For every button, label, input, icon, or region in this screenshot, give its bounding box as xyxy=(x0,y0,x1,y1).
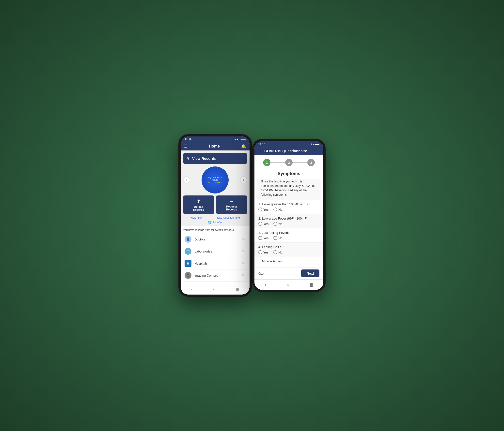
lab-icon: 🧪 xyxy=(185,248,191,255)
upload-records-button[interactable]: ⬆ UploadRecords xyxy=(183,195,214,214)
question-5: 5. Muscle Aches xyxy=(254,257,323,267)
q1-yes-label: Yes xyxy=(263,208,268,211)
q4-no-label: No xyxy=(278,251,283,254)
providers-title: You have records from following Provider… xyxy=(183,228,247,231)
q3-no-option[interactable]: No xyxy=(273,236,283,240)
question-2-label: 2. Low-grade Fever (99F - 100.4F) xyxy=(258,217,319,220)
doctor-icon: 👤 xyxy=(185,236,191,243)
status-bar-q: 11:16 ● ★ ▲▬▬ xyxy=(254,141,323,147)
imaging-count: 0 xyxy=(242,274,244,277)
q3-yes-option[interactable]: Yes xyxy=(258,236,268,240)
home-nav-btn-q[interactable]: ○ xyxy=(283,282,293,288)
chevron-right-icon: › xyxy=(245,262,246,265)
provider-laboratories[interactable]: 🧪 Laboratories 0 › xyxy=(183,245,247,257)
question-4-label: 4. Feeling Chills xyxy=(258,245,319,249)
q2-no-radio[interactable] xyxy=(273,222,277,226)
q4-no-option[interactable]: No xyxy=(273,250,283,254)
q3-yes-radio[interactable] xyxy=(258,236,262,240)
espanol-link[interactable]: Español xyxy=(213,221,222,224)
q4-no-radio[interactable] xyxy=(273,250,277,254)
imaging-icon: ☢ xyxy=(185,272,191,279)
home-title: Home xyxy=(209,144,220,149)
question-3-options: Yes No xyxy=(258,236,319,240)
covid-label-line1: My COVID-19 xyxy=(208,176,222,179)
hospital-icon: H xyxy=(185,260,191,267)
back-nav-btn-q[interactable]: ‹ xyxy=(261,282,270,288)
request-records-label: RequestRecords xyxy=(226,205,237,211)
q4-yes-label: Yes xyxy=(263,251,268,254)
question-4-options: Yes No xyxy=(258,250,319,254)
progress-stepper: 1 2 3 xyxy=(254,155,323,170)
symptoms-description: Since the last time you took this questi… xyxy=(257,179,321,200)
q4-yes-radio[interactable] xyxy=(258,250,262,254)
q1-no-option[interactable]: No xyxy=(273,208,283,211)
questionnaire-content: 1 2 3 Symptoms Since the last time you t… xyxy=(254,155,323,279)
covid-label-line2: results xyxy=(212,179,219,181)
provider-imaging[interactable]: ☢ Imaging Centers 0 › xyxy=(183,269,247,282)
menu-nav-btn-q[interactable]: ||| xyxy=(306,282,317,288)
q2-yes-option[interactable]: Yes xyxy=(258,222,268,226)
phone-questionnaire: 11:16 ● ★ ▲▬▬ ← COVID-19 Questionnaire 1… xyxy=(252,139,326,292)
view-risk-link[interactable]: View Risk xyxy=(190,216,202,219)
status-time-q: 11:16 xyxy=(258,143,265,146)
questionnaire-nav-bar: ← COVID-19 Questionnaire xyxy=(254,147,323,155)
laboratories-count: 0 xyxy=(242,250,244,253)
question-5-label: 5. Muscle Aches xyxy=(258,259,319,263)
bell-icon[interactable]: 🔔 xyxy=(241,144,246,149)
carousel-left-arrow[interactable]: ‹ xyxy=(183,177,190,183)
q4-yes-option[interactable]: Yes xyxy=(258,250,268,254)
covid-status: NOT TESTED xyxy=(208,181,222,184)
question-1-label: 1. Fever greater than 100.4F or 38C xyxy=(258,202,319,206)
action-buttons: ⬆ UploadRecords → RequestRecords xyxy=(183,195,247,214)
phone-home: 11:16 ● ★ ▲▬▬ ☰ Home 🔔 ♥ View Records ‹ xyxy=(178,134,252,297)
step-3-circle: 3 xyxy=(307,159,315,166)
question-2: 2. Low-grade Fever (99F - 100.4F) Yes No xyxy=(254,214,323,228)
view-records-label: View Records xyxy=(192,156,216,161)
step-line-1 xyxy=(270,162,285,163)
status-icons-q: ● ★ ▲▬▬ xyxy=(308,143,319,145)
questionnaire-bottom-nav: ‹ ○ ||| xyxy=(254,279,323,290)
home-nav-bar: ☰ Home 🔔 xyxy=(181,142,250,150)
carousel-right-arrow[interactable]: › xyxy=(240,177,247,183)
view-records-button[interactable]: ♥ View Records xyxy=(183,153,247,164)
covid-status-circle[interactable]: My COVID-19 results NOT TESTED xyxy=(202,166,229,193)
questionnaire-bottom-bar: 0/14 Next xyxy=(254,267,323,279)
next-button[interactable]: Next xyxy=(301,269,319,277)
request-records-button[interactable]: → RequestRecords xyxy=(216,195,247,214)
q3-no-radio[interactable] xyxy=(273,236,277,240)
q1-yes-radio[interactable] xyxy=(258,208,262,211)
q3-yes-label: Yes xyxy=(263,236,268,240)
doctors-count: 0 xyxy=(242,238,244,241)
home-content: ♥ View Records ‹ My COVID-19 results NOT… xyxy=(181,150,250,284)
language-row: 🌐 Español xyxy=(181,221,250,224)
chevron-right-icon: › xyxy=(245,274,246,277)
chevron-right-icon: › xyxy=(245,238,246,241)
q3-no-label: No xyxy=(278,236,283,240)
provider-doctors[interactable]: 👤 Doctors 0 › xyxy=(183,233,247,245)
step-line-2 xyxy=(293,162,307,163)
progress-indicator: 0/14 xyxy=(258,272,265,275)
question-3-label: 3. Just feeling Feverish xyxy=(258,231,319,235)
request-icon: → xyxy=(229,198,234,204)
chevron-right-icon: › xyxy=(245,250,246,253)
status-bar-home: 11:16 ● ★ ▲▬▬ xyxy=(181,136,250,142)
q2-yes-radio[interactable] xyxy=(258,222,262,226)
q2-no-option[interactable]: No xyxy=(273,222,283,226)
doctors-label: Doctors xyxy=(194,238,242,241)
menu-nav-button[interactable]: ||| xyxy=(232,286,243,293)
back-arrow-button[interactable]: ← xyxy=(258,149,262,153)
question-2-options: Yes No xyxy=(258,222,319,226)
imaging-label: Imaging Centers xyxy=(194,274,242,277)
question-1: 1. Fever greater than 100.4F or 38C Yes … xyxy=(254,200,323,214)
question-3: 3. Just feeling Feverish Yes No xyxy=(254,228,323,243)
provider-hospitals[interactable]: H Hospitals 0 › xyxy=(183,257,247,269)
home-bottom-nav: ‹ ○ ||| xyxy=(181,284,250,295)
step-1-circle: 1 xyxy=(263,159,270,166)
q1-no-radio[interactable] xyxy=(273,208,277,211)
take-questionnaire-link[interactable]: Take Questionnaire xyxy=(217,216,240,219)
hamburger-menu-icon[interactable]: ☰ xyxy=(184,144,188,149)
heart-icon: ♥ xyxy=(187,156,190,161)
q1-yes-option[interactable]: Yes xyxy=(258,208,268,211)
home-nav-button[interactable]: ○ xyxy=(209,286,220,293)
back-nav-button[interactable]: ‹ xyxy=(187,286,196,293)
